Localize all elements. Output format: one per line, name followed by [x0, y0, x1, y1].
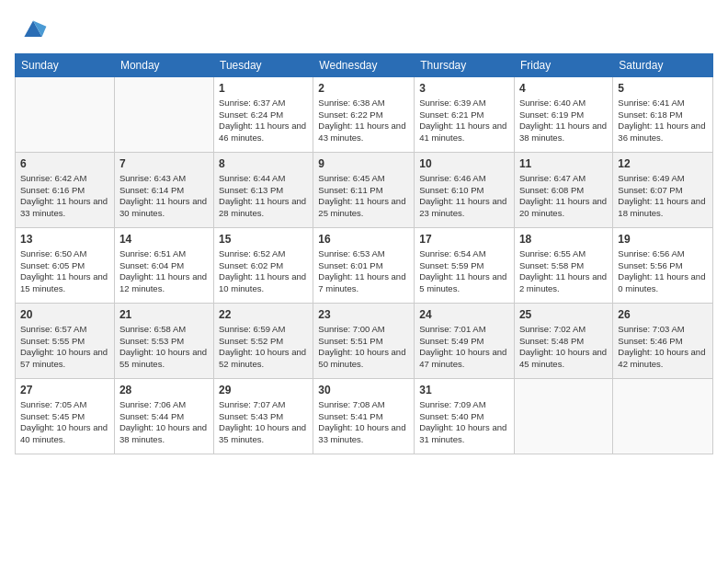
- calendar-cell: 26Sunrise: 7:03 AMSunset: 5:46 PMDayligh…: [613, 304, 713, 379]
- day-info: Sunrise: 7:02 AMSunset: 5:48 PMDaylight:…: [519, 324, 608, 371]
- day-info: Sunrise: 6:59 AMSunset: 5:52 PMDaylight:…: [219, 324, 308, 371]
- day-number: 26: [618, 307, 708, 323]
- calendar-cell: [514, 379, 612, 454]
- day-info: Sunrise: 6:56 AMSunset: 5:56 PMDaylight:…: [618, 248, 708, 295]
- day-info: Sunrise: 6:37 AMSunset: 6:24 PMDaylight:…: [219, 98, 308, 144]
- calendar-table: SundayMondayTuesdayWednesdayThursdayFrid…: [15, 53, 713, 454]
- day-number: 16: [318, 232, 409, 247]
- day-info: Sunrise: 6:55 AMSunset: 5:58 PMDaylight:…: [519, 248, 608, 295]
- day-info: Sunrise: 6:50 AMSunset: 6:05 PMDaylight:…: [20, 248, 109, 295]
- calendar-cell: 29Sunrise: 7:07 AMSunset: 5:43 PMDayligh…: [214, 379, 313, 454]
- day-info: Sunrise: 7:05 AMSunset: 5:45 PMDaylight:…: [20, 399, 109, 446]
- day-number: 21: [119, 307, 209, 323]
- calendar-cell: 15Sunrise: 6:52 AMSunset: 6:02 PMDayligh…: [214, 228, 313, 304]
- week-row-5: 27Sunrise: 7:05 AMSunset: 5:45 PMDayligh…: [16, 379, 713, 454]
- weekday-header-saturday: Saturday: [613, 54, 713, 77]
- calendar-cell: 25Sunrise: 7:02 AMSunset: 5:48 PMDayligh…: [514, 304, 612, 379]
- day-info: Sunrise: 6:49 AMSunset: 6:07 PMDaylight:…: [618, 173, 708, 220]
- week-row-3: 13Sunrise: 6:50 AMSunset: 6:05 PMDayligh…: [16, 228, 713, 304]
- weekday-header-wednesday: Wednesday: [313, 54, 415, 77]
- calendar-cell: [16, 77, 115, 153]
- day-number: 1: [219, 81, 308, 97]
- day-info: Sunrise: 7:09 AMSunset: 5:40 PMDaylight:…: [419, 399, 509, 446]
- day-info: Sunrise: 6:57 AMSunset: 5:55 PMDaylight:…: [20, 324, 109, 371]
- calendar-cell: 2Sunrise: 6:38 AMSunset: 6:22 PMDaylight…: [313, 77, 415, 153]
- weekday-header-row: SundayMondayTuesdayWednesdayThursdayFrid…: [16, 54, 713, 77]
- day-number: 28: [119, 383, 209, 398]
- calendar-cell: 14Sunrise: 6:51 AMSunset: 6:04 PMDayligh…: [114, 228, 213, 304]
- day-info: Sunrise: 6:38 AMSunset: 6:22 PMDaylight:…: [318, 98, 409, 144]
- day-number: 9: [318, 156, 409, 172]
- day-number: 11: [519, 156, 608, 172]
- day-number: 2: [318, 81, 409, 97]
- calendar-cell: 6Sunrise: 6:42 AMSunset: 6:16 PMDaylight…: [16, 153, 115, 228]
- calendar-cell: 7Sunrise: 6:43 AMSunset: 6:14 PMDaylight…: [114, 153, 213, 228]
- calendar-cell: 24Sunrise: 7:01 AMSunset: 5:49 PMDayligh…: [415, 304, 515, 379]
- calendar-cell: 5Sunrise: 6:41 AMSunset: 6:18 PMDaylight…: [613, 77, 713, 153]
- logo-icon: [18, 15, 48, 44]
- calendar-cell: 23Sunrise: 7:00 AMSunset: 5:51 PMDayligh…: [313, 304, 415, 379]
- page-container: SundayMondayTuesdayWednesdayThursdayFrid…: [0, 0, 728, 462]
- day-number: 27: [20, 383, 109, 398]
- calendar-cell: 3Sunrise: 6:39 AMSunset: 6:21 PMDaylight…: [415, 77, 515, 153]
- calendar-cell: 21Sunrise: 6:58 AMSunset: 5:53 PMDayligh…: [114, 304, 213, 379]
- calendar-cell: 9Sunrise: 6:45 AMSunset: 6:11 PMDaylight…: [313, 153, 415, 228]
- day-number: 25: [519, 307, 608, 323]
- weekday-header-sunday: Sunday: [16, 54, 115, 77]
- day-number: 3: [419, 81, 509, 97]
- day-number: 7: [119, 156, 209, 172]
- day-number: 17: [419, 232, 509, 247]
- day-number: 6: [20, 156, 109, 172]
- day-number: 30: [318, 383, 409, 398]
- calendar-cell: 18Sunrise: 6:55 AMSunset: 5:58 PMDayligh…: [514, 228, 612, 304]
- calendar-cell: [114, 77, 213, 153]
- day-info: Sunrise: 7:08 AMSunset: 5:41 PMDaylight:…: [318, 399, 409, 446]
- day-info: Sunrise: 6:39 AMSunset: 6:21 PMDaylight:…: [419, 98, 509, 144]
- day-info: Sunrise: 6:47 AMSunset: 6:08 PMDaylight:…: [519, 173, 608, 220]
- day-number: 18: [519, 232, 608, 247]
- weekday-header-thursday: Thursday: [415, 54, 515, 77]
- day-info: Sunrise: 7:03 AMSunset: 5:46 PMDaylight:…: [618, 324, 708, 371]
- day-info: Sunrise: 6:44 AMSunset: 6:13 PMDaylight:…: [219, 173, 308, 220]
- calendar-cell: 11Sunrise: 6:47 AMSunset: 6:08 PMDayligh…: [514, 153, 612, 228]
- calendar-cell: 30Sunrise: 7:08 AMSunset: 5:41 PMDayligh…: [313, 379, 415, 454]
- day-number: 4: [519, 81, 608, 97]
- day-info: Sunrise: 6:52 AMSunset: 6:02 PMDaylight:…: [219, 248, 308, 295]
- header: [15, 15, 713, 44]
- calendar-cell: 28Sunrise: 7:06 AMSunset: 5:44 PMDayligh…: [114, 379, 213, 454]
- calendar-cell: [613, 379, 713, 454]
- calendar-cell: 22Sunrise: 6:59 AMSunset: 5:52 PMDayligh…: [214, 304, 313, 379]
- calendar-cell: 17Sunrise: 6:54 AMSunset: 5:59 PMDayligh…: [415, 228, 515, 304]
- calendar-cell: 8Sunrise: 6:44 AMSunset: 6:13 PMDaylight…: [214, 153, 313, 228]
- day-number: 13: [20, 232, 109, 247]
- day-info: Sunrise: 6:45 AMSunset: 6:11 PMDaylight:…: [318, 173, 409, 220]
- day-info: Sunrise: 6:40 AMSunset: 6:19 PMDaylight:…: [519, 98, 608, 144]
- day-number: 23: [318, 307, 409, 323]
- day-number: 5: [618, 81, 708, 97]
- day-info: Sunrise: 7:00 AMSunset: 5:51 PMDaylight:…: [318, 324, 409, 371]
- week-row-4: 20Sunrise: 6:57 AMSunset: 5:55 PMDayligh…: [16, 304, 713, 379]
- day-info: Sunrise: 7:06 AMSunset: 5:44 PMDaylight:…: [119, 399, 209, 446]
- day-number: 29: [219, 383, 308, 398]
- weekday-header-friday: Friday: [514, 54, 612, 77]
- day-number: 31: [419, 383, 509, 398]
- day-info: Sunrise: 6:53 AMSunset: 6:01 PMDaylight:…: [318, 248, 409, 295]
- day-number: 22: [219, 307, 308, 323]
- day-number: 24: [419, 307, 509, 323]
- calendar-cell: 4Sunrise: 6:40 AMSunset: 6:19 PMDaylight…: [514, 77, 612, 153]
- day-info: Sunrise: 7:01 AMSunset: 5:49 PMDaylight:…: [419, 324, 509, 371]
- day-number: 19: [618, 232, 708, 247]
- day-number: 10: [419, 156, 509, 172]
- day-info: Sunrise: 6:58 AMSunset: 5:53 PMDaylight:…: [119, 324, 209, 371]
- day-number: 20: [20, 307, 109, 323]
- calendar-cell: 31Sunrise: 7:09 AMSunset: 5:40 PMDayligh…: [415, 379, 515, 454]
- week-row-2: 6Sunrise: 6:42 AMSunset: 6:16 PMDaylight…: [16, 153, 713, 228]
- day-info: Sunrise: 6:41 AMSunset: 6:18 PMDaylight:…: [618, 98, 708, 144]
- calendar-cell: 16Sunrise: 6:53 AMSunset: 6:01 PMDayligh…: [313, 228, 415, 304]
- day-info: Sunrise: 7:07 AMSunset: 5:43 PMDaylight:…: [219, 399, 308, 446]
- week-row-1: 1Sunrise: 6:37 AMSunset: 6:24 PMDaylight…: [16, 77, 713, 153]
- calendar-cell: 20Sunrise: 6:57 AMSunset: 5:55 PMDayligh…: [16, 304, 115, 379]
- day-info: Sunrise: 6:51 AMSunset: 6:04 PMDaylight:…: [119, 248, 209, 295]
- day-info: Sunrise: 6:46 AMSunset: 6:10 PMDaylight:…: [419, 173, 509, 220]
- calendar-cell: 13Sunrise: 6:50 AMSunset: 6:05 PMDayligh…: [16, 228, 115, 304]
